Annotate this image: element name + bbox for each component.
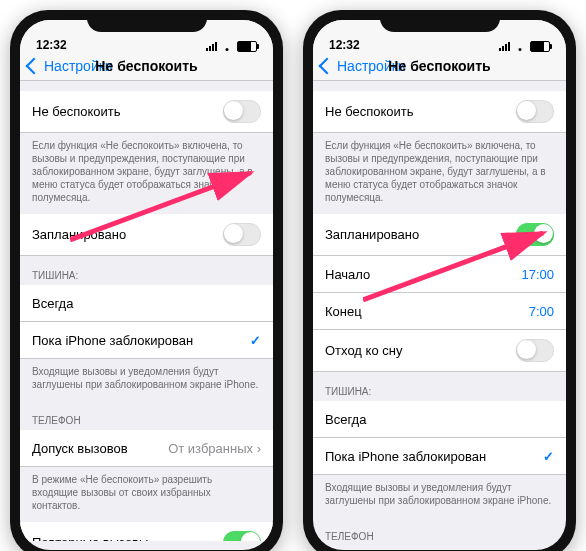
silence-locked-label: Пока iPhone заблокирован [32,333,193,348]
content-right[interactable]: Не беспокоить Если функция «Не беспокоит… [313,81,566,541]
screen-left: 12:32 Настройки Не беспокоить Не беспоко… [20,20,273,550]
dnd-note: Если функция «Не беспокоить» включена, т… [313,133,566,214]
allow-value: От избранных › [168,441,261,456]
nav-header: Настройки Не беспокоить [313,54,566,81]
silence-always-label: Всегда [325,412,366,427]
start-label: Начало [325,267,370,282]
silence-header: ТИШИНА: [20,256,273,285]
row-silence-locked[interactable]: Пока iPhone заблокирован ✓ [20,322,273,359]
dnd-label: Не беспокоить [32,104,121,119]
dnd-label: Не беспокоить [325,104,414,119]
status-icons [206,41,257,52]
wifi-icon [514,42,526,51]
silence-locked-label: Пока iPhone заблокирован [325,449,486,464]
row-scheduled[interactable]: Запланировано [313,214,566,256]
row-dnd[interactable]: Не беспокоить [20,91,273,133]
chevron-left-icon [319,58,336,75]
start-value: 17:00 [521,267,554,282]
notch [87,10,207,32]
battery-icon [237,41,257,52]
phone-left: 12:32 Настройки Не беспокоить Не беспоко… [10,10,283,551]
dnd-toggle[interactable] [516,100,554,123]
dnd-note: Если функция «Не беспокоить» включена, т… [20,133,273,214]
content-left[interactable]: Не беспокоить Если функция «Не беспокоит… [20,81,273,541]
nav-header: Настройки Не беспокоить [20,54,273,81]
row-end[interactable]: Конец 7:00 [313,293,566,330]
checkmark-icon: ✓ [250,333,261,348]
silence-header: ТИШИНА: [313,372,566,401]
row-bedtime[interactable]: Отход ко сну [313,330,566,372]
page-title: Не беспокоить [388,58,490,74]
end-label: Конец [325,304,362,319]
scheduled-label: Запланировано [32,227,126,242]
phone-header: ТЕЛЕФОН [20,401,273,430]
allow-note: В режиме «Не беспокоить» разрешить входя… [20,467,273,522]
chevron-left-icon [26,58,43,75]
status-icons [499,41,550,52]
row-repeat-calls[interactable]: Повторные вызовы [20,522,273,541]
signal-icon [206,42,217,51]
scheduled-toggle[interactable] [223,223,261,246]
dnd-toggle[interactable] [223,100,261,123]
battery-icon [530,41,550,52]
silence-note: Входящие вызовы и уведомления будут загл… [313,475,566,517]
bedtime-label: Отход ко сну [325,343,402,358]
scheduled-toggle[interactable] [516,223,554,246]
repeat-label: Повторные вызовы [32,535,148,541]
row-silence-locked[interactable]: Пока iPhone заблокирован ✓ [313,438,566,475]
row-scheduled[interactable]: Запланировано [20,214,273,256]
signal-icon [499,42,510,51]
scheduled-label: Запланировано [325,227,419,242]
row-silence-always[interactable]: Всегда [20,285,273,322]
status-time: 12:32 [36,38,67,52]
row-allow-calls[interactable]: Допуск вызовов От избранных › [20,430,273,467]
page-title: Не беспокоить [95,58,197,74]
end-value: 7:00 [529,304,554,319]
silence-note: Входящие вызовы и уведомления будут загл… [20,359,273,401]
row-silence-always[interactable]: Всегда [313,401,566,438]
allow-label: Допуск вызовов [32,441,128,456]
row-start[interactable]: Начало 17:00 [313,256,566,293]
phone-right: 12:32 Настройки Не беспокоить Не беспоко… [303,10,576,551]
notch [380,10,500,32]
status-time: 12:32 [329,38,360,52]
wifi-icon [221,42,233,51]
silence-always-label: Всегда [32,296,73,311]
repeat-toggle[interactable] [223,531,261,541]
bedtime-toggle[interactable] [516,339,554,362]
phone-header: ТЕЛЕФОН [313,517,566,541]
screen-right: 12:32 Настройки Не беспокоить Не беспоко… [313,20,566,550]
row-dnd[interactable]: Не беспокоить [313,91,566,133]
checkmark-icon: ✓ [543,449,554,464]
